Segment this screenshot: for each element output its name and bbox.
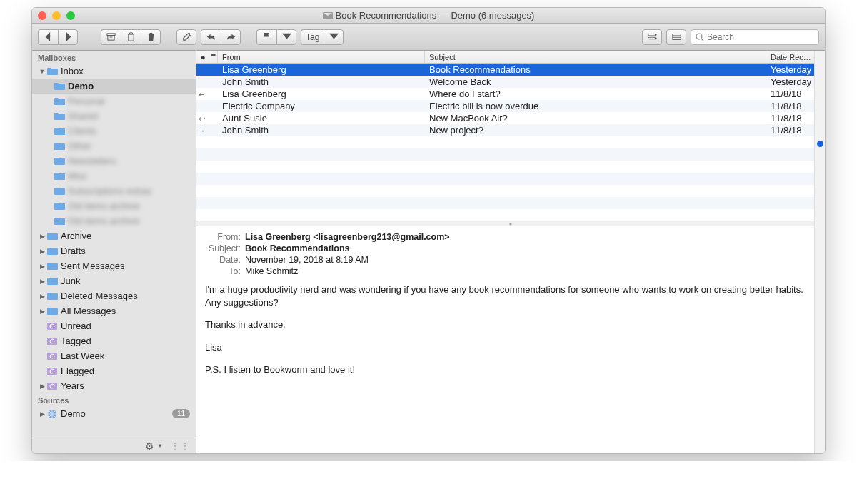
sidebar-item[interactable]: Tagged xyxy=(32,333,196,348)
column-flag[interactable] xyxy=(206,51,218,63)
sidebar-item[interactable]: Misc xyxy=(32,168,196,183)
titlebar: Book Recommendations — Demo (6 messages) xyxy=(32,8,825,24)
column-from[interactable]: From xyxy=(218,51,425,63)
sidebar-item-label: Other xyxy=(68,141,196,151)
sidebar-item[interactable]: Other xyxy=(32,138,196,153)
sidebar-item-inbox[interactable]: ▼ Inbox xyxy=(32,64,196,79)
gear-menu-arrow-icon[interactable]: ▼ xyxy=(157,443,163,449)
sidebar-item[interactable]: ▶Deleted Messages xyxy=(32,288,196,303)
disclosure-arrow-icon[interactable]: ▶ xyxy=(38,293,46,300)
message-row xyxy=(196,173,825,185)
sidebar-item[interactable]: Newsletters xyxy=(32,153,196,168)
junk-button[interactable] xyxy=(121,29,141,45)
sidebar-item[interactable]: Subscriptions extras xyxy=(32,183,196,198)
mailboxes-header: Mailboxes xyxy=(32,51,196,64)
sidebar-item[interactable]: ▶Sent Messages xyxy=(32,258,196,273)
disclosure-arrow-icon[interactable]: ▶ xyxy=(38,263,46,270)
header-label-to: To: xyxy=(205,266,245,276)
sidebar-item[interactable]: ▶Junk xyxy=(32,273,196,288)
message-from: Lisa Greenberg xyxy=(218,89,425,99)
forward-mail-button[interactable] xyxy=(221,29,241,45)
close-window-button[interactable] xyxy=(38,11,46,20)
message-row xyxy=(196,148,825,161)
message-row xyxy=(196,197,825,209)
header-value-from: Lisa Greenberg <lisagreenberg213@gmail.c… xyxy=(245,232,816,242)
flag-menu-button[interactable] xyxy=(276,29,296,45)
sidebar-item[interactable]: ▶Drafts xyxy=(32,243,196,258)
sidebar-item[interactable]: ▶Years xyxy=(32,378,196,393)
column-subject[interactable]: Subject xyxy=(425,51,766,63)
sidebar-item[interactable]: ▶All Messages xyxy=(32,303,196,318)
sidebar-item[interactable]: Personal xyxy=(32,94,196,109)
folder-icon xyxy=(47,247,58,255)
disclosure-arrow-icon[interactable]: ▶ xyxy=(38,410,46,418)
smart-folder-icon xyxy=(47,322,57,330)
smart-folder-icon xyxy=(47,367,57,375)
message-row[interactable]: Electric CompanyElectric bill is now ove… xyxy=(196,100,825,112)
disclosure-arrow-icon[interactable]: ▶ xyxy=(38,233,46,240)
disclosure-arrow-icon[interactable]: ▶ xyxy=(38,278,46,285)
zoom-window-button[interactable] xyxy=(66,11,75,20)
header-value-date: November 19, 2018 at 8:19 AM xyxy=(245,255,816,265)
message-row[interactable]: Lisa GreenbergBook RecommendationsYester… xyxy=(196,64,825,76)
message-list-header: ● From Subject Date Rec… ⌄ xyxy=(196,51,825,64)
unread-indicator-icon xyxy=(817,141,823,147)
minimize-window-button[interactable] xyxy=(52,11,61,20)
forward-button[interactable] xyxy=(58,29,78,45)
disclosure-arrow-icon[interactable]: ▶ xyxy=(38,308,46,315)
thread-button[interactable] xyxy=(642,29,662,45)
scrollbar[interactable] xyxy=(814,51,825,453)
message-row[interactable]: ↩Aunt SusieNew MacBook Air?11/8/18 xyxy=(196,112,825,124)
sidebar-item[interactable]: Last Week xyxy=(32,348,196,363)
svg-point-6 xyxy=(654,38,656,39)
disclosure-arrow-icon[interactable]: ▼ xyxy=(38,68,46,75)
compose-button[interactable] xyxy=(176,29,196,45)
sidebar-item[interactable]: Flagged xyxy=(32,363,196,378)
sidebar-item-label: Shared xyxy=(68,111,196,121)
folder-icon xyxy=(54,142,65,150)
tag-menu-button[interactable] xyxy=(324,29,344,45)
message-row[interactable]: →John SmithNew project?11/8/18 xyxy=(196,124,825,136)
back-button[interactable] xyxy=(38,29,58,45)
column-status[interactable]: ● xyxy=(196,51,206,63)
reply-button[interactable] xyxy=(201,29,221,45)
splitter-handle[interactable]: ● xyxy=(196,221,825,226)
sidebar-item[interactable]: Demo xyxy=(32,79,196,94)
message-subject: New MacBook Air? xyxy=(425,113,766,124)
gear-icon[interactable]: ⚙ xyxy=(145,440,154,452)
sidebar: Mailboxes ▼ Inbox DemoPersonalSharedClie… xyxy=(32,51,196,453)
message-row[interactable]: ↩Lisa GreenbergWhere do I start?11/8/18 xyxy=(196,88,825,100)
sidebar-item-label: Unread xyxy=(61,321,196,331)
disclosure-arrow-icon[interactable]: ▶ xyxy=(38,383,46,390)
sidebar-item-label: All Messages xyxy=(61,306,196,316)
sidebar-item[interactable]: Unread xyxy=(32,318,196,333)
search-field[interactable] xyxy=(691,29,819,45)
sidebar-item-label: Drafts xyxy=(61,246,196,256)
smart-folder-icon xyxy=(47,337,57,345)
message-from: Electric Company xyxy=(218,101,425,111)
tag-button[interactable]: Tag xyxy=(301,29,324,45)
columns-button[interactable] xyxy=(666,29,686,45)
disclosure-arrow-icon[interactable]: ▶ xyxy=(38,248,46,255)
flag-button[interactable] xyxy=(256,29,276,45)
folder-icon xyxy=(54,157,65,165)
smart-folder-icon xyxy=(47,352,57,360)
search-input[interactable] xyxy=(707,32,814,42)
sidebar-source-item[interactable]: ▶Demo11 xyxy=(32,406,196,421)
delete-button[interactable] xyxy=(141,29,161,45)
message-row[interactable]: John SmithWelcome BackYesterday xyxy=(196,76,825,88)
sidebar-item[interactable]: ▶Archive xyxy=(32,228,196,243)
sidebar-item[interactable]: Shared xyxy=(32,109,196,124)
preview-headers: From: Lisa Greenberg <lisagreenberg213@g… xyxy=(205,232,816,276)
sidebar-item[interactable]: Old items archive xyxy=(32,198,196,213)
search-icon xyxy=(696,33,704,41)
sources-header: Sources xyxy=(32,393,196,406)
archive-button[interactable] xyxy=(101,29,121,45)
split-handle-icon[interactable]: ⋮⋮ xyxy=(170,440,190,452)
sidebar-item[interactable]: Old items archive xyxy=(32,213,196,228)
sidebar-item[interactable]: Clients xyxy=(32,124,196,138)
sidebar-item-label: Clients xyxy=(68,126,196,136)
toolbar: Tag xyxy=(32,24,825,51)
message-list[interactable]: Lisa GreenbergBook RecommendationsYester… xyxy=(196,64,825,221)
envelope-icon xyxy=(323,11,333,20)
